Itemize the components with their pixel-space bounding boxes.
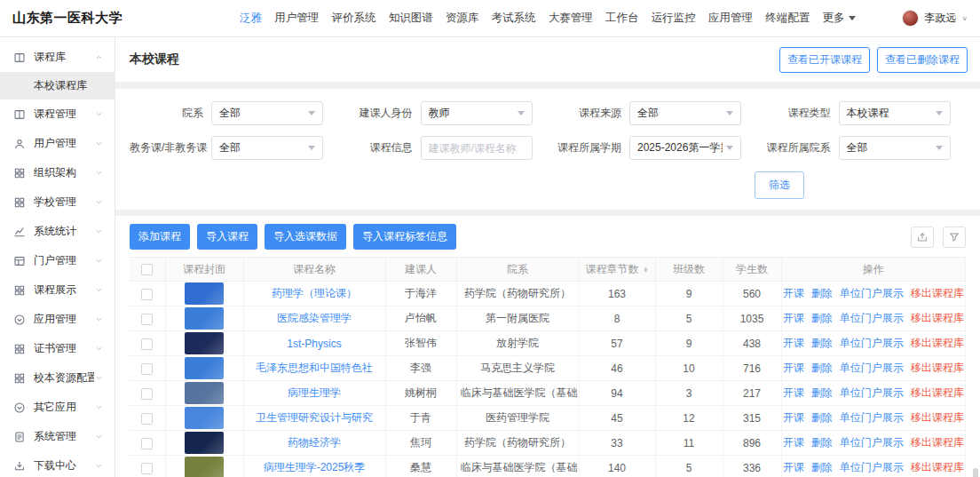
select-all-checkbox[interactable]	[141, 264, 153, 275]
row-checkbox[interactable]	[141, 463, 153, 474]
delete-link[interactable]: 删除	[811, 460, 833, 475]
filter-select[interactable]: 2025-2026第一学期	[629, 136, 741, 160]
row-checkbox[interactable]	[141, 413, 153, 425]
open-course-link[interactable]: 开课	[783, 435, 804, 450]
open-course-link[interactable]: 开课	[783, 386, 804, 401]
nav-item-1[interactable]: 泛雅	[240, 11, 262, 26]
course-name-link[interactable]: 1st-Physics	[287, 338, 341, 350]
sidebar-item[interactable]: 课程库	[0, 43, 115, 72]
open-course-link[interactable]: 开课	[783, 311, 804, 326]
portal-display-link[interactable]: 单位门户展示	[840, 386, 904, 401]
sidebar-item[interactable]: 组织架构	[0, 158, 115, 187]
import-course-button[interactable]: 导入课程	[197, 224, 257, 250]
sidebar-item[interactable]: 系统管理	[0, 422, 115, 451]
open-course-link[interactable]: 开课	[783, 336, 804, 351]
delete-link[interactable]: 删除	[811, 410, 833, 425]
nav-item-11[interactable]: 终端配置	[765, 11, 810, 26]
filter-select[interactable]: 全部	[211, 136, 323, 160]
nav-item-2[interactable]: 用户管理	[274, 11, 319, 26]
student-count-cell: 1035	[723, 306, 781, 331]
sort-icon[interactable]: ▲▼	[643, 266, 649, 273]
course-name-link[interactable]: 卫生管理研究设计与研究	[256, 411, 373, 424]
filter-select[interactable]: 本校课程	[839, 101, 951, 125]
remove-from-library-link[interactable]: 移出课程库	[911, 361, 964, 376]
open-course-link[interactable]: 开课	[783, 460, 804, 475]
column-header[interactable]: 课程章节数▲▼	[579, 258, 655, 282]
remove-from-library-link[interactable]: 移出课程库	[911, 410, 964, 425]
sidebar-item[interactable]: 学校管理	[0, 187, 115, 217]
nav-item-7[interactable]: 大赛管理	[549, 11, 593, 26]
row-checkbox[interactable]	[141, 363, 153, 375]
delete-link[interactable]: 删除	[811, 336, 833, 351]
view-opened-courses-button[interactable]: 查看已开课课程	[779, 47, 870, 73]
user-menu[interactable]: 李政远 ∨	[902, 10, 968, 27]
course-name-link[interactable]: 毛泽东思想和中国特色社	[256, 362, 373, 374]
remove-from-library-link[interactable]: 移出课程库	[911, 336, 964, 351]
sidebar-item[interactable]: 课程管理	[0, 99, 115, 129]
sidebar-item-label: 系统管理	[34, 429, 94, 444]
course-name-link[interactable]: 医院感染管理学	[277, 312, 352, 324]
sidebar-subitem-active[interactable]: 本校课程库	[0, 72, 115, 99]
course-name-link[interactable]: 药物经济学	[288, 436, 341, 449]
course-name-link[interactable]: 病理生理学-2025秋季	[264, 461, 366, 473]
portal-display-link[interactable]: 单位门户展示	[840, 410, 904, 425]
filter-funnel-icon[interactable]	[943, 227, 966, 248]
open-course-link[interactable]: 开课	[783, 410, 804, 425]
remove-from-library-link[interactable]: 移出课程库	[911, 435, 964, 450]
sidebar-item[interactable]: 课程展示	[0, 275, 115, 305]
nav-item-12[interactable]: 更多	[822, 11, 856, 26]
row-checkbox[interactable]	[141, 289, 153, 300]
portal-display-link[interactable]: 单位门户展示	[840, 460, 904, 475]
nav-item-9[interactable]: 运行监控	[652, 11, 696, 26]
nav-item-6[interactable]: 考试系统	[492, 11, 536, 26]
row-checkbox[interactable]	[141, 388, 153, 400]
remove-from-library-link[interactable]: 移出课程库	[911, 311, 964, 326]
nav-item-8[interactable]: 工作台	[605, 11, 639, 26]
filter-submit-button[interactable]: 筛选	[755, 171, 804, 199]
row-checkbox[interactable]	[141, 438, 153, 449]
portal-display-link[interactable]: 单位门户展示	[840, 336, 904, 351]
remove-from-library-link[interactable]: 移出课程库	[911, 386, 964, 401]
sidebar-item[interactable]: 系统统计	[0, 217, 115, 246]
delete-link[interactable]: 删除	[811, 311, 833, 326]
filter-select[interactable]: 教师	[421, 101, 533, 125]
row-checkbox[interactable]	[141, 314, 153, 325]
sidebar-item[interactable]: 应用管理	[0, 305, 115, 334]
filter-select[interactable]: 全部	[629, 101, 741, 125]
row-checkbox[interactable]	[141, 338, 153, 350]
nav-item-4[interactable]: 知识图谱	[389, 11, 433, 26]
delete-link[interactable]: 删除	[811, 435, 833, 450]
course-name-link[interactable]: 病理生理学	[288, 386, 341, 399]
open-course-link[interactable]: 开课	[783, 286, 804, 301]
sidebar-item[interactable]: 其它应用	[0, 393, 115, 422]
view-deleted-courses-button[interactable]: 查看已删除课程	[877, 47, 968, 73]
table-scrollbar[interactable]	[973, 449, 978, 475]
sidebar-item[interactable]: 证书管理	[0, 334, 115, 363]
sidebar-item[interactable]: 门户管理	[0, 246, 115, 275]
grid-icon	[13, 196, 26, 209]
remove-from-library-link[interactable]: 移出课程库	[911, 286, 964, 301]
sidebar-item[interactable]: 下载中心	[0, 451, 115, 477]
add-course-button[interactable]: 添加课程	[130, 224, 190, 250]
import-course-tags-button[interactable]: 导入课程标签信息	[353, 224, 456, 250]
remove-from-library-link[interactable]: 移出课程库	[911, 460, 964, 475]
import-enrollment-button[interactable]: 导入选课数据	[265, 224, 346, 250]
nav-item-5[interactable]: 资源库	[446, 11, 479, 26]
filter-select[interactable]: 全部	[211, 101, 323, 125]
delete-link[interactable]: 删除	[811, 286, 833, 301]
portal-display-link[interactable]: 单位门户展示	[840, 286, 904, 301]
filter-select[interactable]: 全部	[839, 136, 951, 160]
delete-link[interactable]: 删除	[811, 361, 833, 376]
course-name-link[interactable]: 药理学（理论课）	[272, 287, 357, 299]
sidebar-item[interactable]: 用户管理	[0, 129, 115, 158]
export-icon[interactable]	[911, 227, 934, 248]
delete-link[interactable]: 删除	[811, 386, 833, 401]
portal-display-link[interactable]: 单位门户展示	[840, 435, 904, 450]
portal-display-link[interactable]: 单位门户展示	[840, 311, 904, 326]
open-course-link[interactable]: 开课	[783, 361, 804, 376]
portal-display-link[interactable]: 单位门户展示	[840, 361, 904, 376]
course-info-input[interactable]	[421, 136, 533, 160]
nav-item-3[interactable]: 评价系统	[331, 11, 375, 26]
nav-item-10[interactable]: 应用管理	[708, 11, 753, 26]
sidebar-item[interactable]: 校本资源配置	[0, 363, 115, 393]
